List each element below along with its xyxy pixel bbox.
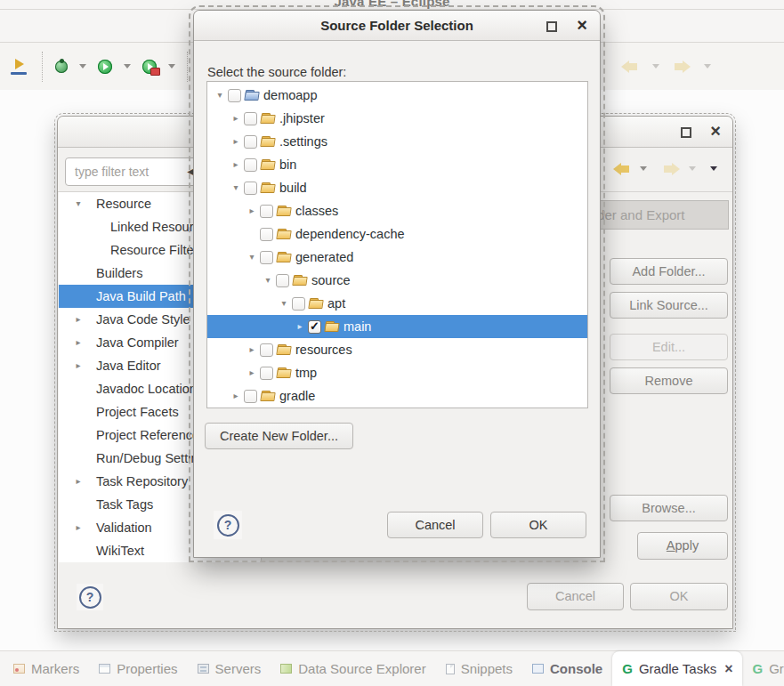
- data-source-explorer-icon: [280, 664, 292, 674]
- remove-button[interactable]: Remove: [610, 367, 728, 394]
- chevron-down-icon[interactable]: [245, 253, 259, 262]
- source-folder-tree: demoapp .jhipster .settings bin build cl…: [206, 81, 588, 408]
- tree-item-jhipster[interactable]: .jhipster: [207, 107, 587, 130]
- chevron-right-icon[interactable]: [69, 477, 87, 486]
- tab-properties[interactable]: Properties: [89, 651, 187, 686]
- chevron-right-icon[interactable]: [245, 368, 259, 377]
- run-icon[interactable]: [98, 60, 112, 74]
- toolbar-separator: [187, 52, 189, 82]
- tree-item-classes[interactable]: classes: [207, 199, 587, 222]
- folder-icon: [277, 206, 292, 217]
- chevron-right-icon[interactable]: [229, 137, 243, 146]
- forward-dropdown-icon[interactable]: [704, 64, 711, 69]
- tree-item-demoapp[interactable]: demoapp: [207, 84, 587, 107]
- checkbox[interactable]: [228, 89, 241, 102]
- tree-item-settings[interactable]: .settings: [207, 130, 587, 153]
- forward-arrow-icon[interactable]: [662, 163, 680, 175]
- checkbox[interactable]: [244, 390, 257, 403]
- checkbox[interactable]: [260, 228, 273, 241]
- chevron-right-icon[interactable]: [245, 206, 259, 215]
- chevron-down-icon[interactable]: [261, 276, 275, 285]
- chevron-right-icon[interactable]: [229, 160, 243, 169]
- chevron-right-icon[interactable]: [245, 345, 259, 354]
- tree-item-dependency-cache[interactable]: dependency-cache: [207, 222, 587, 246]
- debug-dropdown-icon[interactable]: [79, 64, 86, 69]
- navigation-toolbar-group: [621, 43, 711, 90]
- tab-data-source-explorer[interactable]: Data Source Explorer: [271, 651, 435, 686]
- toolbar-separator: [42, 52, 44, 82]
- chevron-down-icon[interactable]: [69, 199, 87, 208]
- back-arrow-icon[interactable]: [621, 61, 639, 73]
- forward-arrow-icon[interactable]: [673, 61, 691, 73]
- checkbox[interactable]: [260, 367, 273, 380]
- tree-item-gradle[interactable]: gradle: [207, 384, 587, 408]
- tree-item-build[interactable]: build: [207, 176, 587, 199]
- checkbox[interactable]: [244, 112, 257, 125]
- help-button[interactable]: [214, 511, 242, 539]
- checkbox[interactable]: [244, 158, 257, 172]
- checkbox[interactable]: [244, 182, 257, 195]
- tree-item-source[interactable]: source: [207, 269, 587, 292]
- tab-servers[interactable]: Servers: [188, 651, 271, 686]
- external-tools-icon[interactable]: [142, 60, 157, 74]
- tab-console[interactable]: Console: [522, 651, 612, 686]
- link-source-button[interactable]: Link Source...: [610, 292, 728, 319]
- filter-input[interactable]: [65, 157, 200, 186]
- maximize-icon[interactable]: [546, 21, 557, 32]
- help-button[interactable]: [77, 584, 103, 610]
- window-title: Java EE – Eclipse: [0, 0, 784, 9]
- checkbox[interactable]: [292, 297, 305, 311]
- chevron-down-icon[interactable]: [229, 183, 243, 192]
- close-icon[interactable]: [577, 16, 587, 34]
- chevron-right-icon[interactable]: [69, 523, 87, 532]
- view-menu-icon[interactable]: [710, 166, 717, 171]
- chevron-right-icon[interactable]: [69, 361, 87, 370]
- checkbox[interactable]: [244, 135, 257, 149]
- tree-item-apt[interactable]: apt: [207, 292, 587, 315]
- add-folder-button[interactable]: Add Folder...: [610, 258, 728, 285]
- tree-item-resources[interactable]: resources: [207, 338, 587, 361]
- checkbox[interactable]: [260, 343, 273, 357]
- ok-button[interactable]: OK: [490, 512, 586, 538]
- chevron-right-icon[interactable]: [229, 391, 243, 400]
- tree-item-generated[interactable]: generated: [207, 246, 587, 269]
- tree-item-bin[interactable]: bin: [207, 153, 587, 176]
- forward-dropdown-icon[interactable]: [689, 166, 696, 171]
- maximize-icon[interactable]: [681, 127, 691, 138]
- chevron-down-icon[interactable]: [213, 91, 227, 100]
- debug-icon[interactable]: [55, 61, 68, 73]
- apply-button[interactable]: Apply: [637, 532, 728, 560]
- back-dropdown-icon[interactable]: [640, 166, 647, 171]
- browse-button[interactable]: Browse...: [610, 495, 728, 521]
- back-dropdown-icon[interactable]: [652, 64, 659, 69]
- folder-icon: [261, 391, 276, 402]
- tab-gradle-executions[interactable]: GGradle Executions: [742, 651, 784, 686]
- chevron-right-icon[interactable]: [69, 338, 87, 347]
- cancel-button[interactable]: Cancel: [387, 512, 483, 538]
- run-dropdown-icon[interactable]: [124, 64, 131, 69]
- tab-markers[interactable]: Markers: [4, 651, 89, 686]
- chevron-right-icon[interactable]: [293, 322, 307, 331]
- create-new-folder-button[interactable]: Create New Folder...: [205, 423, 353, 449]
- chevron-right-icon[interactable]: [69, 315, 87, 324]
- tab-snippets[interactable]: Snippets: [436, 651, 522, 686]
- ok-button[interactable]: OK: [630, 583, 728, 610]
- chevron-right-icon[interactable]: [229, 114, 243, 123]
- folder-icon: [261, 136, 276, 148]
- tree-item-tmp[interactable]: tmp: [207, 361, 587, 384]
- checkbox[interactable]: [276, 274, 289, 287]
- chevron-down-icon[interactable]: [277, 299, 291, 308]
- external-tools-dropdown-icon[interactable]: [168, 64, 175, 69]
- close-icon[interactable]: [710, 122, 721, 140]
- checkbox[interactable]: [260, 205, 273, 218]
- close-icon[interactable]: [724, 662, 732, 676]
- back-arrow-icon[interactable]: [613, 163, 631, 175]
- cancel-button[interactable]: Cancel: [527, 583, 624, 610]
- checkbox-checked[interactable]: [308, 320, 321, 334]
- checkbox[interactable]: [260, 251, 273, 264]
- source-folder-selection-dialog: Source Folder Selection Select the sourc…: [193, 10, 601, 558]
- project-folder-icon: [245, 90, 260, 101]
- tab-gradle-tasks[interactable]: GGradle Tasks: [612, 651, 742, 686]
- tree-item-main[interactable]: main: [207, 315, 587, 338]
- relaunch-icon[interactable]: [9, 58, 30, 76]
